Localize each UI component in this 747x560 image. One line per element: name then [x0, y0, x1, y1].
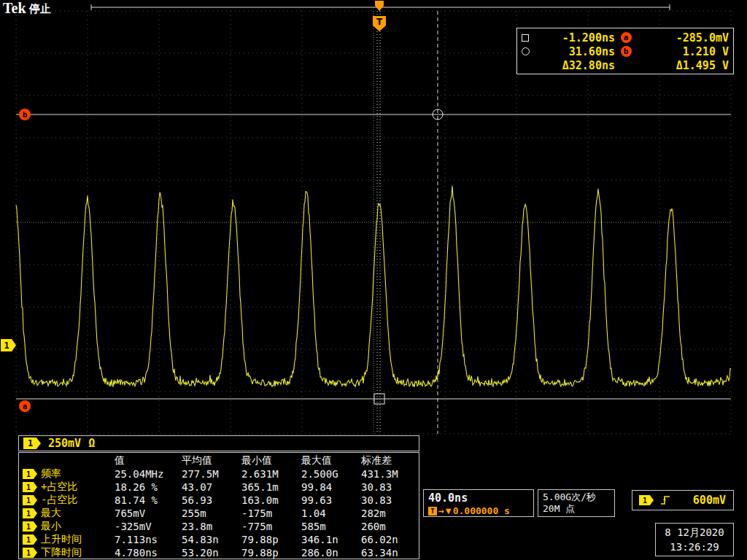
cursor-circle-time: 31.60ns	[536, 45, 615, 58]
trigger-panel[interactable]: 1 600mV	[632, 490, 734, 510]
measurement-value: 4.780ns	[115, 547, 182, 559]
measurement-max: 99.63	[301, 494, 361, 506]
cursor-readout-panel[interactable]: -1.200ns a -285.0mV 31.60ns b 1.210 V Δ3…	[516, 28, 734, 74]
channel-badge: 1	[23, 508, 37, 518]
measurement-row[interactable]: 1最小-325mV23.8m-775m585m260m	[19, 520, 419, 533]
cursor-a-badge: a	[621, 32, 632, 43]
measurement-std: 30.83	[361, 494, 419, 506]
horizontal-position: T→▼0.000000 s	[428, 505, 529, 516]
measurement-row[interactable]: 1最大765mV255m-175m1.04282m	[19, 507, 419, 520]
measurement-min: 2.631M	[241, 468, 301, 480]
measurement-std: 63.34n	[361, 547, 419, 559]
cursor-circle-row: 31.60ns b 1.210 V	[522, 44, 729, 58]
acquisition-panel[interactable]: 5.00G次/秒 20M 点	[538, 489, 615, 517]
measurement-min: 163.0m	[241, 494, 301, 506]
cursor-b-value: 1.210 V	[637, 45, 729, 58]
measurement-name: 上升时间	[41, 533, 82, 546]
time-label: 13:26:29	[656, 540, 733, 554]
trigger-level: 600mV	[693, 494, 726, 507]
cursor-bar-row: -1.200ns a -285.0mV	[522, 31, 729, 44]
horizontal-panel[interactable]: 40.0ns T→▼0.000000 s	[423, 489, 534, 517]
measurement-row[interactable]: 1+占空比18.26 %43.07365.1m99.8430.83	[19, 481, 419, 494]
datetime-panel: 8 12月2020 13:26:29	[655, 523, 734, 556]
measurement-name: 最大	[41, 507, 61, 520]
date-label: 8 12月2020	[656, 525, 733, 540]
channel-badge: 1	[23, 469, 37, 479]
measurement-name: +占空比	[41, 481, 77, 494]
measurement-max: 286.0n	[301, 547, 361, 559]
channel-1-badge: 1	[23, 438, 41, 449]
cursor-delta-row: Δ32.80ns Δ1.495 V	[522, 58, 729, 72]
cursor-a-marker[interactable]: a	[19, 400, 31, 412]
measurement-name: 下降时间	[41, 546, 82, 559]
measurement-row[interactable]: 1下降时间4.780ns53.20n79.88p286.0n63.34n	[19, 546, 419, 559]
channel-scale: 250mV	[48, 437, 81, 450]
measurement-value: -325mV	[115, 521, 182, 532]
horizontal-scale: 40.0ns	[428, 491, 529, 505]
channel-badge: 1	[23, 548, 37, 558]
col-mean: 平均值	[182, 454, 241, 467]
measurement-panel: 值 平均值 最小值 最大值 标准差 1频率25.04MHz277.5M2.631…	[18, 452, 419, 559]
measurement-mean: 53.20n	[182, 547, 241, 559]
cursor-delta-value: Δ1.495 V	[637, 59, 729, 72]
channel-badge: 1	[23, 495, 37, 505]
channel-badge: 1	[23, 534, 37, 545]
measurement-header-row: 值 平均值 最小值 最大值 标准差	[19, 454, 419, 467]
cursor-bar-time: -1.200ns	[536, 31, 615, 44]
measurement-std: 30.83	[361, 481, 419, 493]
measurement-min: -775m	[241, 521, 301, 532]
square-cursor-icon	[522, 34, 529, 42]
channel-impedance: Ω	[88, 437, 95, 450]
measurement-max: 99.84	[301, 481, 361, 493]
measurement-mean: 43.07	[182, 481, 241, 493]
measurement-value: 18.26 %	[115, 481, 182, 493]
measurement-max: 1.04	[301, 508, 361, 519]
measurement-max: 346.1n	[301, 534, 361, 545]
measurement-mean: 277.5M	[182, 468, 241, 480]
tek-logo: Tek	[3, 0, 26, 17]
cursor-a-value: -285.0mV	[637, 31, 729, 44]
cursor-delta-time: Δ32.80ns	[536, 59, 615, 72]
measurement-std: 431.3M	[361, 468, 419, 480]
channel-1-badge-bar[interactable]: 1 250mV Ω	[18, 435, 419, 451]
sample-rate: 5.00G次/秒	[543, 491, 610, 503]
measurement-row[interactable]: 1上升时间7.113ns54.83n79.88p346.1n66.02n	[19, 533, 419, 546]
measurement-mean: 56.93	[182, 494, 241, 506]
channel-badge: 1	[23, 521, 37, 532]
measurement-std: 260m	[361, 521, 419, 532]
horizontal-position-value: 0.000000 s	[453, 505, 510, 516]
col-std: 标准差	[361, 454, 419, 467]
cursor-b-badge: b	[621, 46, 632, 57]
measurement-value: 25.04MHz	[115, 468, 182, 480]
measurement-mean: 255m	[182, 508, 241, 519]
circle-cursor-icon	[522, 47, 530, 55]
measurement-value: 7.113ns	[115, 534, 182, 545]
acquisition-status: 停止	[29, 2, 51, 16]
measurement-min: 79.88p	[241, 534, 301, 545]
measurement-min: 365.1m	[241, 481, 301, 493]
measurement-name: 频率	[41, 467, 61, 481]
trigger-position-icon: T	[428, 507, 437, 516]
measurement-min: -175m	[241, 508, 301, 519]
measurement-mean: 23.8m	[182, 521, 241, 532]
measurement-row[interactable]: 1频率25.04MHz277.5M2.631M2.500G431.3M	[19, 467, 419, 481]
channel-badge: 1	[23, 482, 37, 492]
measurement-name: 最小	[41, 520, 61, 533]
record-length: 20M 点	[543, 503, 610, 515]
measurement-row[interactable]: 1-占空比81.74 %56.93163.0m99.6330.83	[19, 494, 419, 507]
svg-text:T: T	[376, 17, 383, 27]
measurement-min: 79.88p	[241, 547, 301, 559]
measurement-std: 66.02n	[361, 534, 419, 545]
measurement-mean: 54.83n	[182, 534, 241, 545]
measurement-std: 282m	[361, 508, 419, 519]
cursor-b-marker[interactable]: b	[19, 109, 31, 120]
col-max: 最大值	[301, 454, 361, 467]
rising-edge-icon	[660, 495, 670, 505]
triangle-down-icon: ▼	[446, 505, 452, 516]
measurement-value: 765mV	[115, 508, 182, 519]
trigger-source-badge: 1	[639, 495, 654, 505]
col-min: 最小值	[241, 454, 301, 467]
col-value: 值	[115, 454, 182, 467]
measurement-max: 585m	[301, 521, 361, 532]
measurement-name: -占空比	[41, 494, 77, 507]
